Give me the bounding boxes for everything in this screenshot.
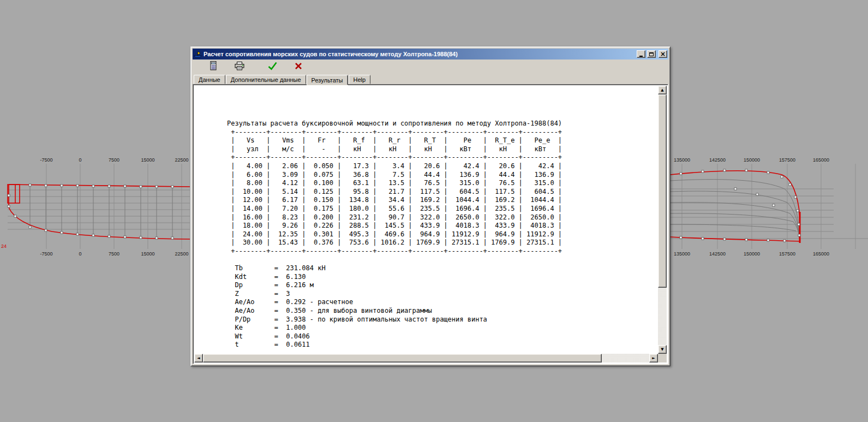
axis-label: 142500 — [709, 251, 726, 257]
vertical-scrollbar[interactable]: ▲ ▼ — [658, 86, 667, 354]
scroll-left-button[interactable]: ◄ — [194, 354, 203, 362]
hull-drawing-left: -7500 0 7500 15000 22500 -7500 0 7500 15… — [0, 151, 190, 260]
scroll-up-button[interactable]: ▲ — [658, 86, 667, 94]
scroll-down-button[interactable]: ▼ — [658, 345, 667, 354]
tab-bar: Данные Дополнительные данные Результаты … — [193, 74, 668, 84]
axis-label: -7500 — [40, 157, 52, 163]
axis-label: 22500 — [175, 157, 188, 163]
results-text: Результаты расчета буксировочной мощност… — [194, 86, 658, 349]
axis-label: 22500 — [175, 251, 188, 257]
scroll-right-button[interactable]: ► — [649, 354, 658, 362]
tab-dopolnitelnye-dannye[interactable]: Дополнительные данные — [226, 75, 306, 84]
hull-outline-left — [8, 185, 190, 239]
axis-label: -7500 — [40, 251, 52, 257]
calculator-button[interactable] — [206, 61, 221, 73]
arrow-right-icon: ► — [652, 356, 655, 360]
horizontal-scroll-thumb[interactable] — [203, 354, 602, 362]
axis-label: 15000 — [141, 157, 154, 163]
axis-label: 135000 — [674, 157, 690, 163]
maximize-button[interactable] — [647, 50, 656, 58]
cancel-icon — [294, 62, 303, 72]
arrow-up-icon: ▲ — [661, 88, 663, 92]
check-icon — [267, 62, 278, 72]
app-window: Расчет сопротивления морских судов по ст… — [190, 46, 671, 366]
axis-label: 0 — [79, 251, 81, 257]
axis-label: 150000 — [744, 157, 760, 163]
axis-label: 157500 — [779, 251, 795, 257]
cancel-button[interactable] — [291, 61, 306, 73]
print-button[interactable] — [232, 61, 247, 73]
horizontal-scrollbar[interactable]: ◄ ► — [194, 354, 658, 362]
red-coordinate-label: 24 — [1, 243, 7, 249]
axis-label: 142500 — [709, 157, 726, 163]
app-icon — [194, 50, 202, 58]
apply-button[interactable] — [265, 61, 280, 73]
tab-dannye[interactable]: Данные — [194, 75, 225, 84]
axis-label: 165000 — [813, 157, 829, 163]
arrow-down-icon: ▼ — [661, 347, 663, 352]
vertical-scroll-thumb[interactable] — [658, 94, 667, 288]
axis-label: 7500 — [109, 251, 119, 257]
results-textview[interactable]: Результаты расчета буксировочной мощност… — [194, 86, 658, 354]
axis-label: 0 — [79, 157, 81, 163]
arrow-left-icon: ◄ — [197, 356, 200, 360]
axis-label: 135000 — [674, 251, 690, 257]
minimize-icon — [639, 56, 643, 57]
tab-rezultaty[interactable]: Результаты — [307, 75, 348, 85]
axis-label: 150000 — [744, 251, 760, 257]
axis-label: 165000 — [813, 251, 829, 257]
hull-drawing-right: 135000 142500 150000 157500 165000 13500… — [670, 151, 868, 260]
tab-help[interactable]: Help — [349, 75, 371, 84]
desktop: -7500 0 7500 15000 22500 -7500 0 7500 15… — [0, 0, 868, 422]
toolbar — [193, 60, 668, 74]
printer-icon — [235, 62, 244, 72]
calculator-icon — [209, 61, 218, 72]
hull-outline-right — [670, 171, 800, 243]
minimize-button[interactable] — [637, 50, 645, 58]
axis-label: 7500 — [109, 157, 119, 163]
scrollbar-corner — [658, 354, 667, 362]
window-title: Расчет сопротивления морских судов по ст… — [203, 51, 635, 57]
axis-label: 157500 — [779, 157, 795, 163]
axis-label: 15000 — [141, 251, 154, 257]
titlebar[interactable]: Расчет сопротивления морских судов по ст… — [193, 49, 668, 60]
close-button[interactable]: × — [659, 50, 667, 58]
close-icon: × — [660, 51, 666, 57]
maximize-icon — [649, 52, 654, 56]
results-panel: Результаты расчета буксировочной мощност… — [193, 84, 668, 364]
